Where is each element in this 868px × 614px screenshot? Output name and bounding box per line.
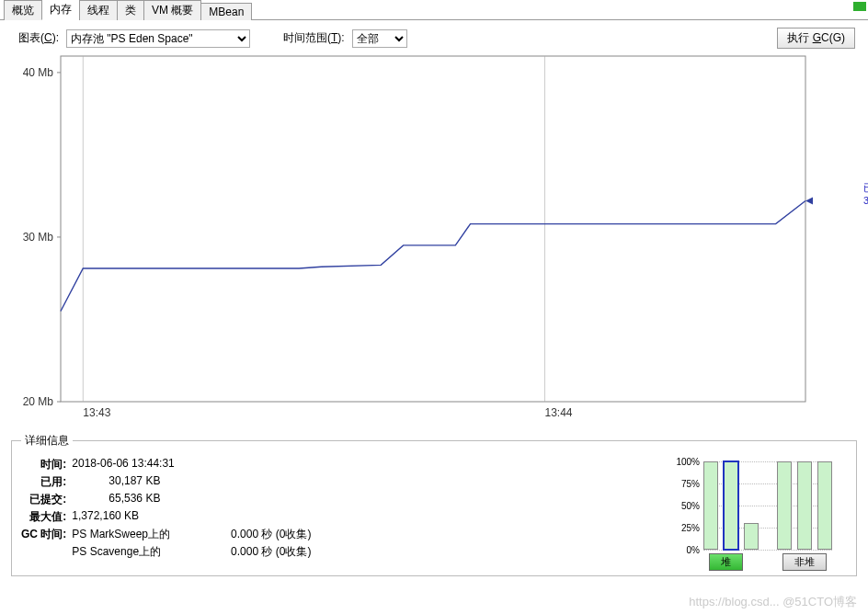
chart-canvas: 20 Mb30 Mb40 Mb13:4313:44 [15, 52, 815, 429]
series-label: 已用 32,254,11 [863, 181, 868, 208]
svg-text:30 Mb: 30 Mb [23, 231, 54, 244]
time-range-label: 时间范围(T): [283, 30, 345, 46]
row-gc1-val: 0.000 秒 (0收集) [176, 543, 316, 561]
mini-bar-3[interactable] [777, 461, 792, 550]
mini-barchart: 100% 75% 50% 25% 0% [672, 456, 838, 566]
row-time-k: 时间: [21, 456, 72, 473]
mini-bar-5[interactable] [817, 461, 832, 550]
row-gc0-name: PS MarkSweep上的 [72, 526, 176, 543]
svg-marker-11 [805, 198, 813, 205]
row-gc0-val: 0.000 秒 (0收集) [176, 526, 316, 543]
perform-gc-button[interactable]: 执行 GC(G) [777, 28, 855, 49]
chart-label: 图表(C): [18, 30, 59, 46]
details-panel: 详细信息 时间: 2018-06-06 13:44:31 已用: 30,187 … [11, 433, 857, 576]
mini-y-25: 25% [681, 523, 700, 533]
svg-text:13:44: 13:44 [545, 406, 573, 419]
row-gc1-name: PS Scavenge上的 [72, 543, 176, 561]
svg-text:20 Mb: 20 Mb [23, 395, 54, 408]
mini-bar-4[interactable] [797, 461, 812, 550]
details-left: 时间: 2018-06-06 13:44:31 已用: 30,187 KB 已提… [21, 456, 654, 566]
connection-indicator [853, 2, 866, 11]
mini-bar-0[interactable] [703, 461, 718, 550]
details-right: 100% 75% 50% 25% 0% [672, 456, 847, 566]
svg-text:40 Mb: 40 Mb [23, 66, 54, 79]
mini-bar-2[interactable] [744, 523, 759, 550]
row-used-v: 30,187 KB [72, 473, 316, 491]
svg-rect-0 [61, 56, 805, 402]
row-committed-k: 已提交: [21, 491, 72, 508]
tab-bar: 概览 内存 线程 类 VM 概要 MBean [0, 0, 868, 20]
details-title: 详细信息 [21, 433, 73, 449]
row-committed-v: 65,536 KB [72, 491, 316, 508]
tab-vm-summary[interactable]: VM 概要 [143, 0, 201, 20]
chart-select[interactable]: 内存池 "PS Eden Space" [66, 29, 250, 48]
tab-overview[interactable]: 概览 [4, 0, 42, 20]
row-max-k: 最大值: [21, 508, 72, 526]
mini-y-0: 0% [687, 545, 700, 555]
memory-chart: 20 Mb30 Mb40 Mb13:4313:44 已用 32,254,11 [15, 52, 859, 429]
row-max-v: 1,372,160 KB [72, 508, 316, 526]
tab-threads[interactable]: 线程 [79, 0, 118, 20]
tab-classes[interactable]: 类 [117, 0, 144, 20]
svg-text:13:43: 13:43 [83, 406, 110, 419]
row-time-v: 2018-06-06 13:44:31 [72, 456, 316, 473]
tab-mbean[interactable]: MBean [200, 3, 252, 20]
row-used-k: 已用: [21, 473, 72, 491]
time-range-select[interactable]: 全部 [352, 29, 407, 48]
tab-memory[interactable]: 内存 [41, 0, 80, 20]
mini-y-50: 50% [681, 501, 700, 511]
nonheap-button[interactable]: 非堆 [782, 553, 827, 571]
heap-button[interactable]: 堆 [709, 553, 743, 571]
mini-y-75: 75% [681, 479, 700, 489]
mini-y-100: 100% [676, 457, 700, 467]
watermark: https://blog.csd... @51CTO博客 [689, 594, 857, 610]
mini-bar-1[interactable] [724, 461, 738, 550]
control-row: 图表(C): 内存池 "PS Eden Space" 时间范围(T): 全部 执… [0, 20, 868, 52]
row-gc-k: GC 时间: [21, 526, 72, 543]
